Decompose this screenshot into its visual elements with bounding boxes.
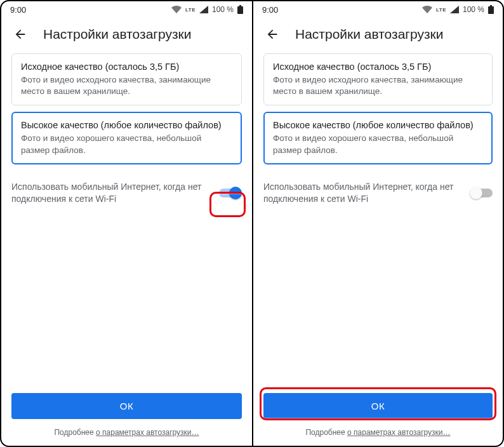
svg-rect-0 bbox=[237, 6, 243, 14]
battery-icon bbox=[488, 5, 494, 14]
option-high-quality[interactable]: Высокое качество (любое количество файло… bbox=[11, 112, 242, 164]
more-link-text: о параметрах автозагрузки… bbox=[96, 428, 199, 437]
lte-label: LTE bbox=[185, 7, 196, 13]
battery-icon bbox=[237, 5, 243, 14]
status-right: LTE 100 % bbox=[422, 5, 494, 14]
screen-left: 9:00 LTE 100 % Настройки автозагрузки bbox=[1, 1, 252, 446]
signal-icon bbox=[199, 6, 208, 13]
option-original-quality[interactable]: Исходное качество (осталось 3,5 ГБ) Фото… bbox=[263, 53, 493, 105]
wifi-icon bbox=[171, 6, 182, 13]
back-button[interactable] bbox=[265, 27, 280, 42]
status-right: LTE 100 % bbox=[171, 5, 243, 14]
signal-icon bbox=[450, 6, 459, 13]
ok-button[interactable]: ОК bbox=[263, 393, 493, 419]
footer: ОК Подробнее о параметрах автозагрузки… bbox=[1, 393, 252, 446]
more-prefix: Подробнее bbox=[305, 428, 347, 437]
footer-link[interactable]: Подробнее о параметрах автозагрузки… bbox=[263, 428, 493, 437]
footer-link[interactable]: Подробнее о параметрах автозагрузки… bbox=[11, 428, 242, 437]
screen-right: 9:00 LTE 100 % Настройки автозагрузки bbox=[252, 1, 503, 446]
option-title: Высокое качество (любое количество файло… bbox=[21, 120, 232, 130]
mobile-data-switch[interactable] bbox=[470, 187, 493, 199]
option-high-quality[interactable]: Высокое качество (любое количество файло… bbox=[263, 112, 493, 164]
ok-button[interactable]: ОК bbox=[11, 393, 242, 419]
option-original-quality[interactable]: Исходное качество (осталось 3,5 ГБ) Фото… bbox=[11, 53, 242, 105]
more-prefix: Подробнее bbox=[54, 428, 96, 437]
content: Исходное качество (осталось 3,5 ГБ) Фото… bbox=[253, 53, 503, 393]
toggle-label: Использовать мобильный Интернет, когда н… bbox=[11, 181, 213, 206]
mobile-data-switch[interactable] bbox=[219, 187, 242, 199]
status-bar: 9:00 LTE 100 % bbox=[1, 1, 252, 18]
battery-percent: 100 % bbox=[212, 5, 234, 14]
mobile-data-toggle-row: Использовать мобильный Интернет, когда н… bbox=[263, 171, 493, 206]
content: Исходное качество (осталось 3,5 ГБ) Фото… bbox=[1, 53, 252, 393]
status-bar: 9:00 LTE 100 % bbox=[253, 1, 503, 18]
lte-label: LTE bbox=[436, 7, 446, 13]
svg-rect-2 bbox=[488, 6, 494, 14]
header: Настройки автозагрузки bbox=[253, 18, 503, 53]
toggle-label: Использовать мобильный Интернет, когда н… bbox=[263, 181, 463, 206]
option-desc: Фото и видео исходного качества, занимаю… bbox=[273, 74, 483, 97]
header: Настройки автозагрузки bbox=[1, 18, 252, 53]
footer: ОК Подробнее о параметрах автозагрузки… bbox=[253, 393, 503, 446]
page-title: Настройки автозагрузки bbox=[43, 27, 191, 42]
option-title: Высокое качество (любое количество файло… bbox=[273, 120, 483, 130]
option-title: Исходное качество (осталось 3,5 ГБ) bbox=[273, 62, 483, 72]
mobile-data-toggle-row: Использовать мобильный Интернет, когда н… bbox=[11, 171, 242, 206]
wifi-icon bbox=[422, 6, 432, 13]
option-title: Исходное качество (осталось 3,5 ГБ) bbox=[21, 62, 232, 72]
status-time: 9:00 bbox=[10, 5, 171, 15]
page-title: Настройки автозагрузки bbox=[295, 27, 443, 42]
status-time: 9:00 bbox=[262, 5, 422, 15]
option-desc: Фото и видео хорошего качества, небольшо… bbox=[273, 133, 483, 156]
more-link-text: о параметрах автозагрузки… bbox=[347, 428, 450, 437]
option-desc: Фото и видео хорошего качества, небольшо… bbox=[21, 133, 232, 156]
battery-percent: 100 % bbox=[463, 5, 484, 14]
svg-rect-3 bbox=[490, 5, 492, 6]
option-desc: Фото и видео исходного качества, занимаю… bbox=[21, 74, 232, 97]
back-button[interactable] bbox=[13, 27, 28, 42]
svg-rect-1 bbox=[239, 5, 241, 6]
